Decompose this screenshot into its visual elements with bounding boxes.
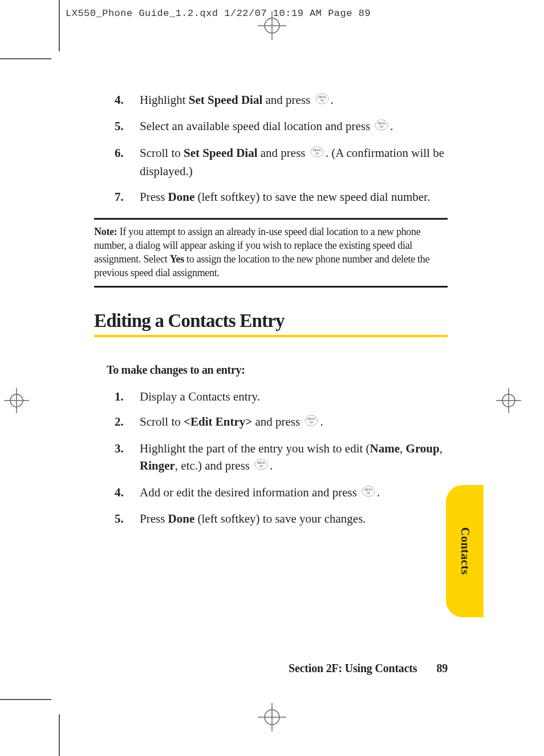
step-body: Scroll to <Edit Entry> and press MENUOK. <box>140 413 448 431</box>
svg-text:OK: OK <box>259 464 264 468</box>
page-footer: Section 2F: Using Contacts 89 <box>94 662 448 675</box>
step-number: 4. <box>115 484 140 502</box>
list-item: 4. Add or edit the desired information a… <box>115 484 448 502</box>
step-body: Press Done (left softkey) to save the ne… <box>140 188 448 205</box>
step-body: Select an available speed dial location … <box>140 118 448 136</box>
crop-mark <box>59 714 60 756</box>
menu-ok-icon: MENUOK <box>361 485 376 502</box>
note-label: Note: <box>94 226 117 237</box>
step-body: Press Done (left softkey) to save your c… <box>140 510 448 527</box>
step-number: 7. <box>115 188 140 205</box>
registration-mark-icon <box>258 703 286 734</box>
step-number: 5. <box>115 510 140 527</box>
list-item: 1. Display a Contacts entry. <box>115 388 448 405</box>
sub-intro: To make changes to an entry: <box>107 363 448 377</box>
menu-ok-icon: MENUOK <box>310 145 324 163</box>
svg-text:OK: OK <box>310 421 314 424</box>
menu-ok-icon: MENUOK <box>374 119 389 136</box>
svg-text:OK: OK <box>315 152 319 155</box>
step-number: 6. <box>115 144 140 180</box>
list-item: 4. Highlight Set Speed Dial and press ME… <box>115 91 448 110</box>
note-box: Note: If you attempt to assign an alread… <box>94 218 448 288</box>
svg-text:OK: OK <box>320 99 324 102</box>
step-number: 4. <box>115 91 140 110</box>
list-item: 5. Select an available speed dial locati… <box>115 118 448 136</box>
footer-page-number: 89 <box>436 662 448 675</box>
list-item: 6. Scroll to Set Speed Dial and press ME… <box>115 144 448 180</box>
step-body: Add or edit the desired information and … <box>140 484 448 502</box>
step-number: 1. <box>115 388 140 405</box>
step-body: Highlight Set Speed Dial and press MENUO… <box>140 91 448 110</box>
list-item: 7. Press Done (left softkey) to save the… <box>115 188 448 205</box>
crop-mark <box>0 699 51 700</box>
section-heading: Editing a Contacts Entry <box>94 310 448 337</box>
list-item: 5. Press Done (left softkey) to save you… <box>115 510 448 527</box>
list-item: 2. Scroll to <Edit Entry> and press MENU… <box>115 413 448 431</box>
step-body: Highlight the part of the entry you wish… <box>140 440 448 476</box>
step-body: Scroll to Set Speed Dial and press MENUO… <box>140 144 448 180</box>
registration-mark-icon <box>496 388 521 415</box>
menu-ok-icon: MENUOK <box>254 458 269 475</box>
page-content: 4. Highlight Set Speed Dial and press ME… <box>94 91 448 535</box>
step-number: 3. <box>115 440 140 476</box>
list-item: 3. Highlight the part of the entry you w… <box>115 440 448 476</box>
side-tab-contacts: Contacts <box>446 485 484 617</box>
step-number: 2. <box>115 413 140 431</box>
svg-text:OK: OK <box>366 491 371 495</box>
step-number: 5. <box>115 118 140 136</box>
svg-text:OK: OK <box>380 125 384 128</box>
steps-list-b: 1. Display a Contacts entry. 2. Scroll t… <box>115 388 448 528</box>
steps-list-a: 4. Highlight Set Speed Dial and press ME… <box>115 91 448 205</box>
crop-mark <box>0 58 51 59</box>
menu-ok-icon: MENUOK <box>315 92 330 110</box>
footer-section: Section 2F: Using Contacts <box>289 662 417 675</box>
step-body: Display a Contacts entry. <box>140 388 448 405</box>
menu-ok-icon: MENUOK <box>304 414 319 431</box>
slug-line: LX550_Phone Guide_1.2.qxd 1/22/07 10:19 … <box>66 8 371 19</box>
side-tab-label: Contacts <box>458 527 472 575</box>
crop-mark <box>59 0 60 51</box>
registration-mark-icon <box>4 388 29 415</box>
